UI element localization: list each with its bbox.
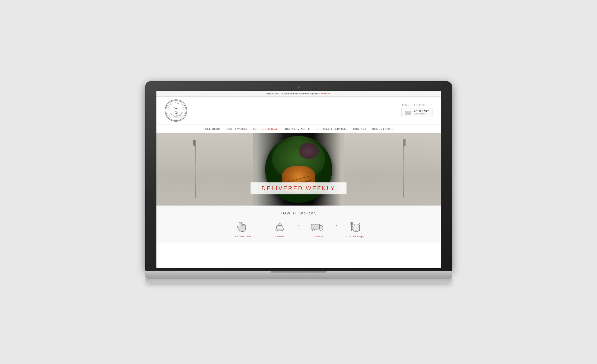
cart-text: YOUR CART Cart is empty (414, 110, 429, 115)
website: Receive 5000 BONUS POINT$ when you regis… (156, 91, 441, 268)
hiw-label-3: 3. We deliver (311, 235, 323, 238)
nav-how-it-works[interactable]: HOW IT WORKS (226, 128, 248, 130)
register-link[interactable]: REGISTER (414, 104, 425, 106)
how-it-works-section: HOW IT WORKS (156, 206, 441, 243)
hiw-title: HOW IT WORKS (165, 211, 432, 215)
nav-bonus-points[interactable]: BONUS POINTS (372, 128, 393, 130)
svg-text:Bon: Bon (173, 111, 178, 114)
nav-delivery-zones[interactable]: DELIVERY ZONES (285, 128, 310, 130)
hero-text-overlay: DELIVERED WEEKLY (250, 182, 347, 194)
cart-icon (405, 110, 412, 115)
hiw-label-4: 4. You heat & enjoy (346, 235, 364, 238)
hiw-step-2: 2. We cook (263, 220, 296, 238)
screen: Receive 5000 BONUS POINT$ when you regis… (156, 91, 441, 268)
svg-text:Bon: Bon (173, 107, 178, 110)
nav-full-menu[interactable]: FULL MENU (204, 128, 220, 130)
svg-rect-9 (405, 112, 412, 116)
logo-circle: PLATS · PREPARED · Bon C Bon ALIMENTS · … (165, 99, 187, 122)
hiw-label-2: 2. We cook (275, 235, 285, 238)
banner-text: Receive 5000 BONUS POINT$ when you regis… (266, 92, 318, 95)
header-right: LOGIN | REGISTER | FR (401, 104, 432, 117)
cart-title: YOUR CART (414, 110, 429, 113)
camera-dot (298, 86, 300, 89)
fork-stem (403, 139, 404, 197)
hiw-icon-2 (273, 220, 287, 234)
hiw-step-3: 3. We deliver (301, 220, 334, 238)
hero-section: DELIVERED WEEKLY (156, 133, 441, 206)
hiw-icon-4 (348, 220, 362, 234)
laptop-container: Receive 5000 BONUS POINT$ when you regis… (145, 81, 452, 283)
auth-links: LOGIN | REGISTER | FR (402, 104, 432, 106)
cart-status: Cart is empty (414, 113, 429, 115)
svg-point-13 (312, 229, 315, 231)
hero-left-bg (156, 133, 253, 206)
main-nav: FULL MENU HOW IT WORKS GIFT CERTIFICATE … (156, 125, 441, 133)
svg-point-10 (241, 222, 243, 223)
hiw-arrow-2: › (296, 223, 301, 228)
login-link[interactable]: LOGIN (402, 104, 409, 106)
nav-gift-certificate[interactable]: GIFT CERTIFICATE (253, 128, 279, 130)
lang-link[interactable]: FR (430, 104, 432, 106)
hiw-steps: 1. You select & order › (165, 220, 432, 238)
hiw-icon-3 (310, 220, 324, 234)
nav-list: FULL MENU HOW IT WORKS GIFT CERTIFICATE … (204, 128, 394, 130)
banner-link[interactable]: See details. (319, 92, 331, 95)
cart-area[interactable]: YOUR CART Cart is empty (401, 108, 432, 117)
top-banner: Receive 5000 BONUS POINT$ when you regis… (156, 91, 441, 97)
nav-corporate-services[interactable]: CORPORATE SERVICES (316, 128, 348, 130)
laptop-base (145, 271, 452, 279)
auth-sep1: | (411, 104, 412, 106)
svg-point-14 (320, 229, 322, 231)
laptop-foot (145, 279, 452, 283)
knife-icon (195, 140, 196, 198)
header: PLATS · PREPARED · Bon C Bon ALIMENTS · … (156, 97, 441, 125)
hiw-step-1: 1. You select & order (225, 220, 259, 238)
svg-rect-12 (311, 224, 320, 229)
nav-contact[interactable]: CONTACT (353, 128, 367, 130)
logo-area: PLATS · PREPARED · Bon C Bon ALIMENTS · … (165, 99, 187, 122)
fork-tines (403, 139, 406, 146)
hiw-icon-1 (235, 220, 249, 234)
hiw-arrow-1: › (259, 223, 263, 228)
hiw-label-1: 1. You select & order (233, 235, 252, 238)
hiw-arrow-3: › (334, 223, 338, 228)
hiw-step-4: 4. You heat & enjoy (338, 220, 372, 238)
hero-title: DELIVERED WEEKLY (262, 185, 335, 192)
logo-svg: PLATS · PREPARED · Bon C Bon ALIMENTS · … (165, 100, 187, 121)
screen-bezel: Receive 5000 BONUS POINT$ when you regis… (145, 81, 452, 271)
hero-right-bg (344, 133, 441, 206)
auth-sep2: | (427, 104, 427, 106)
